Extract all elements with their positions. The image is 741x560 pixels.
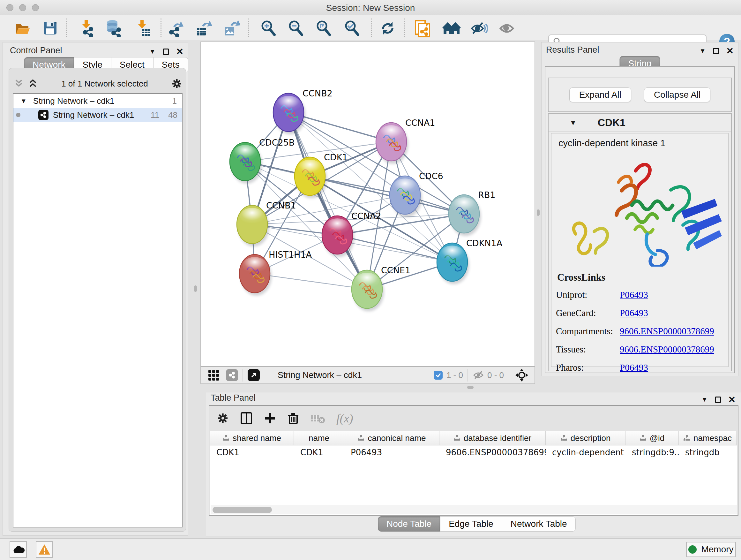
panel-float-icon[interactable]: [715, 396, 721, 403]
clone-network-icon[interactable]: [414, 19, 431, 37]
table-cell[interactable]: cyclin-dependent ...: [546, 445, 625, 459]
import-table-file-icon[interactable]: [134, 19, 151, 37]
column-header-description[interactable]: description: [546, 431, 625, 445]
column-header-shared-name[interactable]: shared name: [210, 431, 294, 445]
crosslink-link[interactable]: P06493: [620, 308, 648, 318]
table-cell[interactable]: CDK1: [294, 445, 344, 459]
table-cell[interactable]: P06493: [344, 445, 440, 459]
birds-eye-grid-icon[interactable]: [208, 370, 219, 381]
column-header-name[interactable]: name: [294, 431, 344, 445]
expand-all-button[interactable]: Expand All: [569, 87, 631, 102]
panel-collapse-icon[interactable]: ▼: [149, 48, 156, 55]
tab-network-table[interactable]: Network Table: [502, 516, 576, 532]
table-row[interactable]: CDK1CDK1P064939606.ENSP00000378699cyclin…: [210, 445, 737, 459]
network-node-cdk1[interactable]: [294, 157, 327, 198]
horizontal-splitter-handle[interactable]: [467, 386, 474, 389]
export-image-icon[interactable]: [223, 19, 240, 37]
export-table-icon[interactable]: [195, 19, 212, 37]
tab-node-table[interactable]: Node Table: [378, 516, 440, 532]
selected-nodes-checkbox[interactable]: [434, 371, 443, 380]
network-node-ccne1[interactable]: [352, 270, 384, 311]
column-header-namespac[interactable]: namespac: [679, 431, 737, 445]
zoom-out-icon[interactable]: [287, 19, 305, 37]
network-share-icon[interactable]: [226, 369, 238, 381]
delete-column-icon[interactable]: [287, 412, 299, 425]
node-label-cdc6: CDC6: [419, 171, 443, 181]
crosslink-link[interactable]: 9606.ENSP00000378699: [620, 326, 714, 336]
table-cell[interactable]: 9606.ENSP00000378699: [440, 445, 546, 459]
network-collection-row[interactable]: ▼ String Network – cdk1 1: [13, 94, 182, 108]
toolbar-separator: [248, 18, 249, 37]
tab-edge-table[interactable]: Edge Table: [440, 516, 502, 532]
show-all-eye-icon[interactable]: [498, 19, 515, 37]
protein-structure-image: [556, 152, 728, 266]
network-node-ccna2[interactable]: [322, 216, 354, 257]
function-builder-icon: f(x): [336, 411, 353, 425]
node-table: shared namenamecanonical namedatabase id…: [210, 431, 737, 515]
network-options-gear-icon[interactable]: [171, 78, 183, 89]
network-node-hist1h1a[interactable]: [239, 254, 272, 296]
network-node-cdc6[interactable]: [390, 176, 422, 217]
vertical-splitter-handle[interactable]: [194, 286, 197, 292]
string-network-graph[interactable]: CCNB2CCNA1CDC25BCDK1CDC6RB1CCNB1CCNA2CDK…: [201, 42, 535, 367]
column-header-canonical-name[interactable]: canonical name: [344, 431, 440, 445]
table-horizontal-scrollbar[interactable]: [211, 505, 737, 514]
status-bar: Memory: [0, 538, 741, 560]
gene-section-collapse-icon[interactable]: ▼: [569, 119, 577, 127]
column-header-database-identifier[interactable]: database identifier: [440, 431, 546, 445]
expand-all-networks-icon[interactable]: [27, 78, 38, 89]
hidden-eye-icon[interactable]: [473, 370, 485, 381]
open-session-icon[interactable]: [14, 19, 31, 37]
network-node-ccna1[interactable]: [376, 123, 408, 164]
save-session-icon[interactable]: [42, 19, 59, 37]
collapse-all-networks-icon[interactable]: [13, 78, 24, 89]
table-cell[interactable]: CDK1: [210, 445, 294, 459]
network-canvas[interactable]: CCNB2CCNA1CDC25BCDK1CDC6RB1CCNB1CCNA2CDK…: [200, 42, 535, 367]
network-row-selected[interactable]: String Network – cdk1 11 48: [13, 108, 182, 122]
show-columns-icon[interactable]: [240, 412, 253, 425]
import-network-file-icon[interactable]: [78, 19, 95, 37]
network-node-cdkn1a[interactable]: [437, 243, 469, 284]
memory-button[interactable]: Memory: [686, 542, 736, 557]
panel-close-icon[interactable]: ✕: [176, 46, 184, 57]
zoom-fit-icon[interactable]: [315, 19, 332, 37]
network-edge-count: 48: [168, 110, 178, 120]
crosslink-link[interactable]: P06493: [620, 362, 648, 373]
panel-close-icon[interactable]: ✕: [726, 46, 734, 56]
panel-float-icon[interactable]: [713, 48, 719, 54]
panel-collapse-icon[interactable]: ▼: [701, 396, 708, 403]
add-column-icon[interactable]: [264, 412, 276, 425]
cloud-status-button[interactable]: [10, 541, 27, 558]
tree-expand-icon[interactable]: ▼: [20, 98, 27, 105]
panel-float-icon[interactable]: [163, 49, 169, 55]
network-node-ccnb2[interactable]: [273, 93, 306, 134]
network-node-ccnb1[interactable]: [237, 205, 269, 246]
column-header--id[interactable]: @id: [625, 431, 679, 445]
fit-content-crosshair-icon[interactable]: [515, 368, 529, 382]
table-toolbar: f(x): [209, 406, 738, 431]
scrollbar-thumb[interactable]: [212, 507, 272, 513]
export-network-icon[interactable]: [167, 19, 185, 37]
zoom-selected-icon[interactable]: [343, 19, 360, 37]
table-cell[interactable]: stringdb:9...: [625, 445, 679, 459]
import-network-database-icon[interactable]: [105, 19, 122, 37]
window-title: Session: New Session: [0, 3, 741, 13]
table-panel: Table Panel ▼ ✕ f(x) shared namenamecano…: [206, 392, 741, 537]
table-cell[interactable]: stringdb: [679, 445, 737, 459]
crosslink-link[interactable]: P06493: [620, 290, 648, 300]
zoom-in-icon[interactable]: [260, 19, 277, 37]
vertical-splitter-handle[interactable]: [537, 209, 540, 216]
apply-preferred-layout-icon[interactable]: [379, 19, 396, 37]
node-label-ccne1: CCNE1: [381, 265, 410, 275]
table-options-gear-icon[interactable]: [216, 412, 229, 425]
open-in-window-icon[interactable]: [248, 369, 260, 381]
crosslink-link[interactable]: 9606.ENSP00000378699: [620, 344, 714, 355]
panel-close-icon[interactable]: ✕: [728, 394, 736, 405]
warning-status-button[interactable]: [36, 541, 53, 558]
network-node-rb1[interactable]: [449, 195, 481, 236]
hide-selected-eye-icon[interactable]: [470, 19, 487, 37]
string-home-icon[interactable]: [442, 19, 460, 37]
collapse-all-button[interactable]: Collapse All: [644, 87, 711, 102]
panel-collapse-icon[interactable]: ▼: [699, 47, 706, 55]
warning-icon: [38, 544, 51, 555]
